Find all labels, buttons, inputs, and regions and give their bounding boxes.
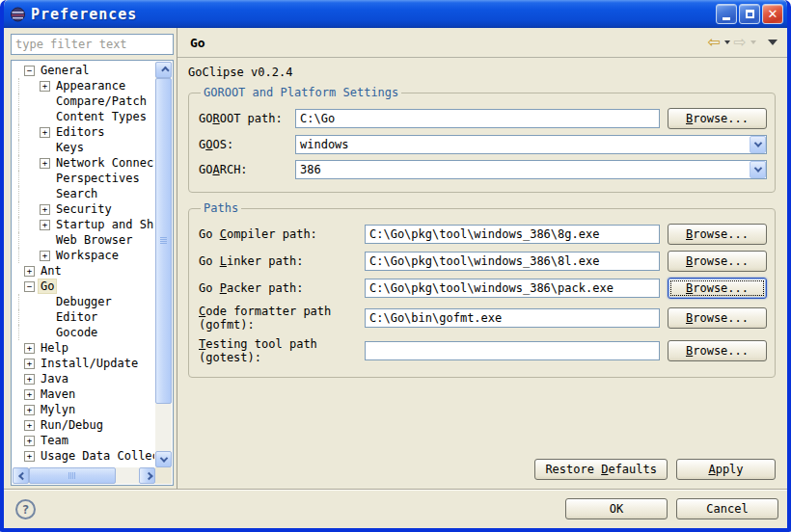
view-menu-icon[interactable] bbox=[768, 40, 777, 45]
field-row: Go Compiler path:Browse... bbox=[199, 224, 767, 245]
restore-defaults-button[interactable]: Restore Defaults bbox=[534, 459, 668, 480]
horizontal-scroll-track[interactable] bbox=[116, 467, 139, 484]
tree-item-startup-and-shu[interactable]: +Startup and Shu bbox=[13, 217, 154, 232]
page-title: Go bbox=[190, 36, 707, 50]
tree-item-ant[interactable]: +Ant bbox=[13, 263, 154, 279]
dialog-footer: ? OK Cancel bbox=[4, 489, 787, 528]
tree-item-mylyn[interactable]: +Mylyn bbox=[13, 402, 154, 417]
tree-item-go[interactable]: −Go bbox=[13, 279, 154, 294]
tree-indent-guide bbox=[18, 248, 39, 263]
chevron-down-icon bbox=[753, 164, 761, 172]
vertical-scroll-thumb[interactable] bbox=[155, 78, 172, 404]
page-header: Go ⇦ ⇨ bbox=[177, 28, 787, 58]
horizontal-scroll-thumb[interactable] bbox=[29, 467, 116, 484]
tree-item-label: Debugger bbox=[54, 295, 114, 308]
tree-item-workspace[interactable]: +Workspace bbox=[13, 248, 154, 263]
chevron-left-icon bbox=[18, 471, 26, 479]
tree-indent-guide bbox=[18, 63, 23, 78]
tree-item-usage-data-collect[interactable]: +Usage Data Collect bbox=[13, 448, 154, 464]
tree-item-run-debug[interactable]: +Run/Debug bbox=[13, 417, 154, 433]
testing-tool-path-gotest-input[interactable] bbox=[365, 341, 660, 360]
expand-icon[interactable]: + bbox=[24, 343, 35, 354]
tree-item-web-browser[interactable]: Web Browser bbox=[13, 232, 154, 248]
code-formatter-path-gofmt-browse-button[interactable]: Browse... bbox=[668, 307, 767, 329]
tree-item-network-connect[interactable]: +Network Connect bbox=[13, 155, 154, 171]
tree-item-editor[interactable]: Editor bbox=[13, 309, 154, 325]
combo-dropdown-button[interactable] bbox=[750, 161, 766, 178]
go-compiler-path-browse-button[interactable]: Browse... bbox=[668, 224, 767, 245]
expand-icon[interactable]: + bbox=[24, 451, 35, 462]
tree-vertical-scrollbar[interactable] bbox=[155, 62, 172, 467]
tree-indent-guide bbox=[18, 294, 39, 309]
expand-icon[interactable]: + bbox=[24, 389, 35, 400]
scroll-up-button[interactable] bbox=[155, 62, 172, 78]
thumb-grip-icon bbox=[68, 472, 76, 479]
back-history-dropdown-icon[interactable] bbox=[724, 40, 730, 44]
collapse-icon[interactable]: − bbox=[24, 281, 35, 292]
help-button[interactable]: ? bbox=[15, 499, 36, 519]
collapse-icon[interactable]: − bbox=[24, 66, 35, 76]
apply-button[interactable]: Apply bbox=[676, 459, 776, 480]
expand-icon[interactable]: + bbox=[24, 266, 35, 277]
code-formatter-path-gofmt-input[interactable] bbox=[365, 308, 660, 328]
expand-icon[interactable]: + bbox=[40, 251, 50, 261]
expand-icon[interactable]: + bbox=[40, 127, 50, 138]
combo-dropdown-button[interactable] bbox=[750, 136, 766, 153]
goroot-path-browse-button[interactable]: Browse... bbox=[668, 108, 767, 129]
go-linker-path-browse-button[interactable]: Browse... bbox=[668, 251, 767, 272]
scroll-left-button[interactable] bbox=[13, 467, 29, 484]
expand-icon[interactable]: + bbox=[24, 374, 35, 385]
tree-horizontal-scrollbar[interactable] bbox=[13, 467, 155, 484]
go-linker-path-input[interactable] bbox=[365, 252, 660, 271]
tree-item-install-update[interactable]: +Install/Update bbox=[13, 356, 154, 371]
tree-item-maven[interactable]: +Maven bbox=[13, 386, 154, 402]
tree-item-java[interactable]: +Java bbox=[13, 371, 154, 386]
tree-indent-guide bbox=[18, 201, 39, 217]
ok-button[interactable]: OK bbox=[565, 498, 668, 519]
go-packer-path-browse-button[interactable]: Browse... bbox=[668, 278, 767, 299]
expand-icon[interactable]: + bbox=[24, 420, 35, 431]
minimize-button[interactable] bbox=[716, 4, 737, 24]
cancel-button[interactable]: Cancel bbox=[676, 498, 778, 519]
tree-item-label: Go bbox=[39, 279, 56, 293]
goos-combo[interactable]: windows bbox=[295, 135, 767, 154]
tree-item-help[interactable]: +Help bbox=[13, 340, 154, 356]
expand-icon[interactable]: + bbox=[24, 436, 35, 446]
filter-input[interactable] bbox=[11, 34, 174, 55]
goroot-path-input[interactable] bbox=[295, 109, 660, 128]
field-row: GOARCH:386 bbox=[199, 160, 767, 179]
goarch-combo[interactable]: 386 bbox=[295, 160, 767, 179]
forward-history-dropdown-icon[interactable] bbox=[750, 40, 756, 44]
tree-item-keys[interactable]: Keys bbox=[13, 140, 154, 155]
forward-button[interactable]: ⇨ bbox=[734, 35, 747, 50]
expand-icon[interactable]: + bbox=[24, 359, 35, 369]
titlebar[interactable]: Preferences ✕ bbox=[4, 0, 787, 28]
tree-item-compare-patch[interactable]: Compare/Patch bbox=[13, 93, 154, 109]
testing-tool-path-gotest-browse-button[interactable]: Browse... bbox=[668, 340, 767, 361]
tree-item-general[interactable]: −General bbox=[13, 63, 154, 78]
scroll-down-button[interactable] bbox=[155, 451, 172, 467]
tree-indent-guide bbox=[18, 140, 39, 155]
tree-item-security[interactable]: +Security bbox=[13, 201, 154, 217]
expand-icon[interactable]: + bbox=[40, 81, 50, 92]
close-button[interactable]: ✕ bbox=[762, 4, 783, 24]
back-button[interactable]: ⇦ bbox=[707, 35, 720, 50]
go-compiler-path-input[interactable] bbox=[365, 225, 660, 244]
go-packer-path-input[interactable] bbox=[365, 279, 660, 298]
expand-icon[interactable]: + bbox=[24, 405, 35, 415]
tree-item-perspectives[interactable]: Perspectives bbox=[13, 171, 154, 186]
tree-item-gocode[interactable]: Gocode bbox=[13, 325, 154, 340]
expand-icon[interactable]: + bbox=[40, 158, 50, 169]
tree-item-search[interactable]: Search bbox=[13, 186, 154, 201]
go-linker-path-label: Go Linker path: bbox=[199, 254, 365, 268]
tree-item-appearance[interactable]: +Appearance bbox=[13, 78, 154, 93]
scroll-right-button[interactable] bbox=[139, 467, 155, 484]
tree-item-team[interactable]: +Team bbox=[13, 433, 154, 448]
tree-item-editors[interactable]: +Editors bbox=[13, 124, 154, 140]
expand-icon[interactable]: + bbox=[40, 204, 50, 215]
tree-item-debugger[interactable]: Debugger bbox=[13, 294, 154, 309]
maximize-button[interactable] bbox=[739, 4, 760, 24]
expand-icon[interactable]: + bbox=[40, 220, 50, 230]
tree-item-content-types[interactable]: Content Types bbox=[13, 109, 154, 124]
tree-leaf-spacer bbox=[40, 328, 50, 338]
